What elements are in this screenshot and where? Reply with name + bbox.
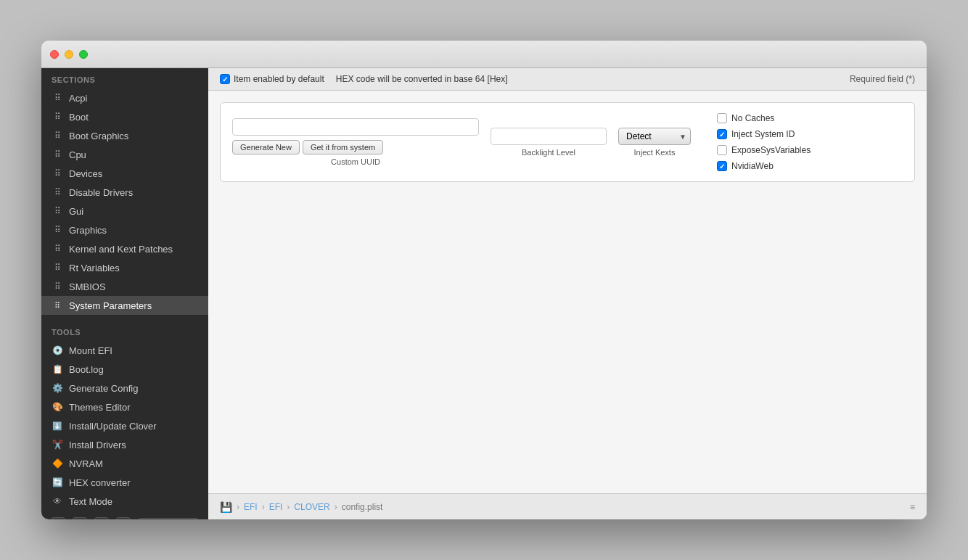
grid-icon-devices <box>52 168 63 179</box>
sidebar-item-devices[interactable]: Devices <box>41 164 208 183</box>
sidebar-nav-btn-1[interactable]: ▶ <box>50 517 66 519</box>
sidebar-item-kernel-kext-patches[interactable]: Kernel and Kext Patches <box>41 239 208 258</box>
get-from-system-button[interactable]: Get it from system <box>303 140 383 155</box>
sidebar-item-rt-variables[interactable]: Rt Variables <box>41 258 208 277</box>
sidebar-item-disable-drivers[interactable]: Disable Drivers <box>41 183 208 202</box>
sidebar-item-hex-converter[interactable]: HEX converter <box>41 473 208 492</box>
grid-icon-graphics <box>52 224 63 236</box>
uuid-buttons: Generate New Get it from system <box>232 140 479 155</box>
sidebar-item-generate-config[interactable]: Generate Config <box>41 379 208 398</box>
sidebar: SECTIONS Acpi Boot Boot Graphics Cpu Dev… <box>41 68 208 519</box>
content-panel: Item enabled by default HEX code will be… <box>208 68 927 519</box>
traffic-lights <box>50 50 88 59</box>
system-parameters-form: Generate New Get it from system Custom U… <box>220 102 915 182</box>
sidebar-nav-btn-2[interactable]: 📄 <box>72 517 88 519</box>
sidebar-item-cpu[interactable]: Cpu <box>41 145 208 164</box>
backlight-level-input[interactable] <box>491 128 607 145</box>
hex-label: HEX code will be converted in base 64 [H… <box>336 74 508 84</box>
expose-sys-variables-checkbox[interactable] <box>717 145 727 155</box>
grid-icon-system-parameters: ⠿ <box>52 300 63 311</box>
sidebar-item-boot-log[interactable]: Boot.log <box>41 360 208 379</box>
sidebar-item-themes-editor[interactable]: Themes Editor <box>41 398 208 416</box>
grid-icon-cpu <box>52 149 63 160</box>
breadcrumb-sep-3: › <box>287 502 290 512</box>
minimize-button[interactable] <box>65 50 73 59</box>
inject-kexts-select[interactable]: Detect <box>618 128 691 145</box>
nvidia-web-label: NvidiaWeb <box>731 161 774 171</box>
expose-sys-variables-label: ExposeSysVariables <box>731 145 811 155</box>
boot-log-icon <box>52 363 63 375</box>
detect-select-wrapper: Detect ▼ <box>618 128 691 145</box>
required-field-label: Required field (*) <box>850 74 915 84</box>
nvidia-web-row: NvidiaWeb <box>717 161 811 171</box>
grid-icon-gui <box>52 205 63 217</box>
sections-label: SECTIONS <box>41 68 208 88</box>
expose-sys-variables-row: ExposeSysVariables <box>717 145 811 155</box>
sidebar-bottom-bar: ▶ 📄 🏠 🔗 💳 Donate <box>41 511 208 519</box>
grid-icon-boot <box>52 111 63 123</box>
text-mode-icon <box>52 495 63 507</box>
breadcrumb-sep-1: › <box>237 502 239 512</box>
grid-icon-acpi <box>52 92 63 104</box>
titlebar <box>41 41 927 68</box>
main-window: SECTIONS Acpi Boot Boot Graphics Cpu Dev… <box>41 41 927 519</box>
grid-icon-smbios <box>52 281 63 292</box>
sidebar-item-install-clover[interactable]: Install/Update Clover <box>41 416 208 435</box>
themes-editor-icon <box>52 401 63 413</box>
generate-config-icon <box>52 382 63 394</box>
no-caches-row: No Caches <box>717 113 811 123</box>
sidebar-item-acpi[interactable]: Acpi <box>41 88 208 107</box>
main-area: Generate New Get it from system Custom U… <box>208 91 927 493</box>
tools-label: TOOLS <box>41 321 208 341</box>
custom-uuid-label: Custom UUID <box>232 157 479 166</box>
required-field-item: Required field (*) <box>850 74 915 84</box>
custom-uuid-group: Generate New Get it from system Custom U… <box>232 118 479 166</box>
inject-system-id-label: Inject System ID <box>731 129 795 139</box>
sidebar-item-gui[interactable]: Gui <box>41 202 208 221</box>
top-bar: Item enabled by default HEX code will be… <box>208 68 927 91</box>
sidebar-item-boot[interactable]: Boot <box>41 107 208 126</box>
breadcrumb-clover[interactable]: CLOVER <box>294 502 329 512</box>
grid-icon-disable-drivers <box>52 186 63 198</box>
close-button[interactable] <box>50 50 59 59</box>
sidebar-share-btn[interactable]: 🔗 <box>115 517 131 519</box>
nvram-icon <box>52 458 63 469</box>
sidebar-item-mount-efi[interactable]: Mount EFI <box>41 341 208 360</box>
breadcrumb-config-plist[interactable]: config.plist <box>342 502 383 512</box>
form-row-main: Generate New Get it from system Custom U… <box>232 113 903 171</box>
nvidia-web-checkbox[interactable] <box>717 161 727 171</box>
breadcrumb-sep-4: › <box>335 502 337 512</box>
donate-button[interactable]: 💳 Donate <box>137 518 200 519</box>
sidebar-item-install-drivers[interactable]: Install Drivers <box>41 435 208 454</box>
sidebar-item-system-parameters[interactable]: ⠿ System Parameters <box>41 296 208 315</box>
grid-icon-kernel <box>52 243 63 255</box>
sidebar-item-nvram[interactable]: NVRAM <box>41 454 208 473</box>
generate-new-button[interactable]: Generate New <box>232 140 300 155</box>
disk-icon: 💾 <box>220 501 232 513</box>
mount-efi-icon <box>52 345 63 356</box>
grid-icon-rt-variables <box>52 262 63 273</box>
custom-uuid-input[interactable] <box>232 118 479 136</box>
item-enabled-checkbox[interactable] <box>220 74 230 84</box>
maximize-button[interactable] <box>79 50 88 59</box>
sidebar-item-graphics[interactable]: Graphics <box>41 221 208 239</box>
inject-system-id-checkbox[interactable] <box>717 129 727 139</box>
no-caches-checkbox[interactable] <box>717 113 727 123</box>
inject-kexts-label: Inject Kexts <box>634 148 676 157</box>
main-content: SECTIONS Acpi Boot Boot Graphics Cpu Dev… <box>41 68 927 519</box>
hex-converter-icon <box>52 477 63 488</box>
item-enabled-label: Item enabled by default <box>234 74 324 84</box>
breadcrumb-bar: 💾 › EFI › EFI › CLOVER › config.plist ≡ <box>208 493 927 519</box>
sidebar-item-smbios[interactable]: SMBIOS <box>41 277 208 296</box>
sidebar-item-text-mode[interactable]: Text Mode <box>41 492 208 511</box>
breadcrumb-efi-1[interactable]: EFI <box>244 502 258 512</box>
grid-icon-boot-graphics <box>52 130 63 141</box>
hex-label-item: HEX code will be converted in base 64 [H… <box>336 74 508 84</box>
inject-system-id-row: Inject System ID <box>717 129 811 139</box>
hamburger-icon[interactable]: ≡ <box>910 502 915 512</box>
sidebar-item-boot-graphics[interactable]: Boot Graphics <box>41 126 208 145</box>
install-drivers-icon <box>52 439 63 450</box>
breadcrumb-efi-2[interactable]: EFI <box>269 502 283 512</box>
sidebar-home-btn[interactable]: 🏠 <box>94 517 110 519</box>
inject-kexts-group: Detect ▼ Inject Kexts <box>618 128 691 157</box>
